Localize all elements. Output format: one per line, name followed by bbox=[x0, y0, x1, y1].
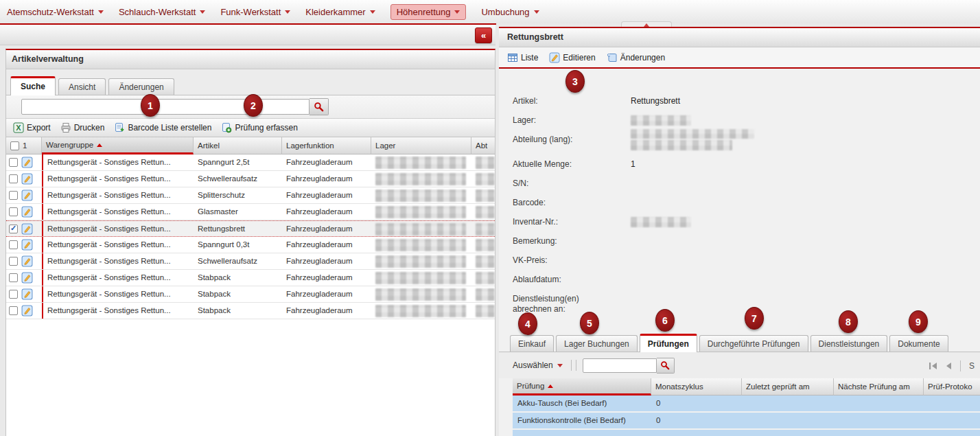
cell-abteilung bbox=[471, 154, 495, 170]
table-row[interactable]: Funktionskontrolle (Bei Bedarf) 0 bbox=[513, 413, 980, 428]
edit-row-icon[interactable] bbox=[21, 239, 33, 251]
column-header-pruef-protokoll[interactable]: Prüf-Protoko bbox=[924, 378, 980, 395]
table-row[interactable]: Rettungsgerät - Sonstiges Rettun... Schw… bbox=[6, 253, 495, 270]
row-checkbox[interactable] bbox=[9, 240, 18, 249]
edit-row-icon[interactable] bbox=[21, 305, 33, 317]
first-page-icon[interactable] bbox=[929, 362, 938, 370]
annotation-badge-6: 6 bbox=[655, 309, 675, 332]
cell-warengruppe: Rettungsgerät - Sonstiges Rettun... bbox=[42, 286, 194, 302]
tab-suche[interactable]: Suche bbox=[10, 76, 56, 95]
row-checkbox[interactable] bbox=[9, 174, 18, 183]
tab-durchgefuehrte-pruefungen[interactable]: Durchgeführte Prüfungen bbox=[699, 335, 808, 352]
changes-button[interactable]: Änderungen bbox=[607, 52, 665, 63]
row-checkbox[interactable] bbox=[9, 158, 18, 167]
edit-row-icon[interactable] bbox=[21, 206, 33, 218]
column-header-artikel[interactable]: Artikel bbox=[194, 137, 282, 154]
column-header-naechste-pruefung[interactable]: Nächste Prüfung am bbox=[834, 378, 924, 395]
cell-lager bbox=[371, 237, 471, 253]
select-dropdown[interactable]: Auswählen bbox=[513, 360, 563, 370]
tab-ansicht[interactable]: Ansicht bbox=[58, 78, 106, 95]
menu-item-schlauch-werkstatt[interactable]: Schlauch-Werkstatt bbox=[119, 7, 205, 17]
cell-naechste bbox=[834, 413, 924, 428]
select-all-checkbox[interactable] bbox=[10, 141, 19, 150]
edit-row-icon[interactable] bbox=[21, 190, 33, 201]
edit-row-icon[interactable] bbox=[21, 255, 33, 267]
cell-lagerfunktion: Fahrzeugladeraum bbox=[282, 221, 371, 236]
table-row[interactable]: Rettungsgerät - Sonstiges Rettun... Stab… bbox=[6, 270, 495, 286]
barcode-list-button[interactable]: Barcode Liste erstellen bbox=[114, 122, 211, 133]
menu-item-kleiderkammer[interactable]: Kleiderkammer bbox=[305, 7, 375, 17]
cell-lagerfunktion: Fahrzeugladeraum bbox=[282, 187, 371, 203]
search-input[interactable] bbox=[21, 99, 310, 115]
table-row[interactable]: Rettungsgerät - Sonstiges Rettun... Span… bbox=[6, 154, 495, 171]
row-checkbox[interactable] bbox=[9, 207, 18, 216]
row-checkbox[interactable] bbox=[9, 273, 18, 282]
tab-dokumente[interactable]: Dokumente bbox=[889, 335, 948, 352]
tab-aenderungen[interactable]: Änderungen bbox=[108, 78, 174, 95]
table-row[interactable]: Rettungsgerät - Sonstiges Rettun... Stab… bbox=[6, 286, 495, 303]
edit-row-icon[interactable] bbox=[21, 157, 33, 168]
menu-item-funk-werkstatt[interactable]: Funk-Werkstatt bbox=[220, 7, 290, 17]
row-checkbox[interactable] bbox=[9, 191, 18, 200]
edit-row-icon[interactable] bbox=[21, 288, 33, 300]
field-sn: S/N: bbox=[513, 179, 980, 189]
table-row[interactable]: Akku-Tausch (Bei Bedarf) 0 bbox=[513, 395, 980, 411]
print-label: Drucken bbox=[74, 123, 105, 133]
row-checkbox[interactable] bbox=[9, 306, 18, 315]
cell-lager bbox=[371, 286, 471, 302]
table-row[interactable]: Rettungsgerät - Sonstiges Rettun... Spli… bbox=[6, 187, 495, 204]
tab-pruefungen[interactable]: Prüfungen bbox=[640, 334, 697, 352]
cell-abteilung bbox=[471, 171, 495, 187]
menu-item-hoehenrettung[interactable]: Höhenrettung bbox=[390, 4, 467, 20]
collapse-panel-button[interactable]: « bbox=[475, 27, 492, 43]
list-button[interactable]: Liste bbox=[507, 52, 538, 63]
column-header-warengruppe[interactable]: Warengruppe bbox=[42, 137, 194, 154]
column-header-monatszyklus[interactable]: Monatszyklus bbox=[651, 378, 742, 395]
column-header-zuletzt-geprueft[interactable]: Zuletzt geprüft am bbox=[742, 378, 834, 395]
column-header-lagerfunktion[interactable]: Lagerfunktion bbox=[282, 137, 371, 154]
edit-row-icon[interactable] bbox=[21, 173, 33, 185]
cell-abteilung bbox=[471, 221, 495, 236]
menu-item-atemschutz-werkstatt[interactable]: Atemschutz-Werkstatt bbox=[7, 7, 104, 17]
table-row[interactable]: Rettungsgerät - Sonstiges Rettun... Rett… bbox=[6, 220, 495, 237]
tab-lager-buchungen[interactable]: Lager Buchungen bbox=[556, 335, 638, 352]
chevron-down-icon bbox=[370, 10, 375, 14]
column-header-lager[interactable]: Lager bbox=[371, 137, 471, 154]
table-row[interactable]: Rettungsgerät - Sonstiges Rettun... Schw… bbox=[6, 171, 495, 187]
row-select-cell bbox=[6, 187, 42, 203]
search-button[interactable] bbox=[310, 98, 329, 115]
pruefungen-search-input[interactable] bbox=[583, 358, 657, 373]
select-all-header[interactable]: 1 bbox=[6, 137, 42, 154]
left-topbar: « bbox=[0, 25, 495, 45]
table-row[interactable]: Rettungsgerät - Sonstiges Rettun... Span… bbox=[6, 237, 495, 253]
menu-item-umbuchung[interactable]: Umbuchung bbox=[481, 7, 539, 17]
row-checkbox[interactable] bbox=[9, 257, 18, 266]
field-bemerkung: Bemerkung: bbox=[513, 236, 980, 246]
edit-row-icon[interactable] bbox=[21, 272, 33, 284]
tab-einkauf[interactable]: Einkauf bbox=[510, 335, 554, 352]
table-row[interactable]: Rettungsgerät - Sonstiges Rettun... Glas… bbox=[6, 204, 495, 220]
annotation-badge-2: 2 bbox=[244, 94, 263, 117]
barcode-list-label: Barcode Liste erstellen bbox=[128, 123, 211, 133]
row-checkbox[interactable] bbox=[9, 290, 18, 299]
tab-dienstleistungen[interactable]: Dienstleistungen bbox=[810, 335, 888, 352]
field-aktuelle-menge: Aktuelle Menge: 1 bbox=[513, 159, 980, 170]
cell-lagerfunktion: Fahrzeugladeraum bbox=[282, 237, 371, 253]
chevron-down-icon bbox=[454, 10, 460, 14]
edit-button[interactable]: Editieren bbox=[549, 52, 595, 63]
redacted-value bbox=[375, 157, 466, 169]
record-test-button[interactable]: Prüfung erfassen bbox=[221, 122, 297, 133]
row-checkbox[interactable] bbox=[9, 225, 18, 233]
prev-page-icon[interactable] bbox=[944, 362, 952, 370]
export-button[interactable]: X Export bbox=[13, 122, 51, 133]
pruefungen-search-button[interactable] bbox=[657, 358, 675, 374]
column-header-pruefung[interactable]: Prüfung bbox=[513, 378, 651, 395]
cell-artikel: Stabpack bbox=[194, 303, 282, 319]
edit-row-icon[interactable] bbox=[21, 223, 33, 235]
row-select-cell bbox=[6, 171, 42, 187]
annotation-badge-5: 5 bbox=[580, 312, 599, 334]
print-button[interactable]: Drucken bbox=[60, 122, 105, 133]
cell-protokoll bbox=[924, 413, 980, 428]
table-row[interactable]: Rettungsgerät - Sonstiges Rettun... Stab… bbox=[6, 303, 495, 319]
column-header-abteilung[interactable]: Abt bbox=[471, 137, 495, 154]
